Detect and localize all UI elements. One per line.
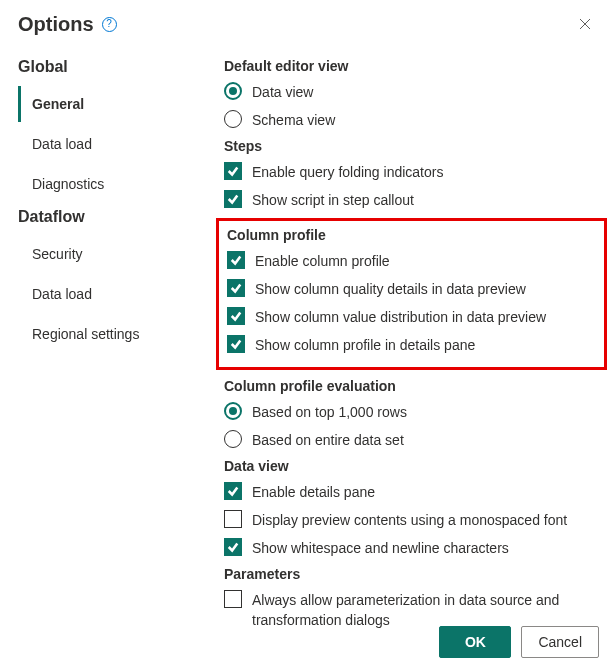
- checkbox-icon: [227, 307, 245, 325]
- radio-icon: [224, 82, 242, 100]
- radio-top-1000[interactable]: Based on top 1,000 rows: [224, 402, 607, 422]
- checkbox-icon: [227, 279, 245, 297]
- dialog-title: Options: [18, 13, 94, 36]
- checkbox-icon: [224, 538, 242, 556]
- close-button[interactable]: [573, 12, 597, 36]
- checkbox-icon: [224, 162, 242, 180]
- sidebar: Global General Data load Diagnostics Dat…: [18, 44, 198, 638]
- sidebar-item-general[interactable]: General: [18, 86, 198, 122]
- checkbox-query-folding[interactable]: Enable query folding indicators: [224, 162, 607, 182]
- checkbox-enable-details-pane[interactable]: Enable details pane: [224, 482, 607, 502]
- option-label: Enable details pane: [252, 482, 375, 502]
- checkbox-value-distribution[interactable]: Show column value distribution in data p…: [227, 307, 596, 327]
- option-label: Enable column profile: [255, 251, 390, 271]
- checkbox-profile-details-pane[interactable]: Show column profile in details pane: [227, 335, 596, 355]
- ok-button[interactable]: OK: [439, 626, 511, 658]
- option-label: Based on top 1,000 rows: [252, 402, 407, 422]
- option-label: Enable query folding indicators: [252, 162, 443, 182]
- checkbox-icon: [227, 335, 245, 353]
- radio-icon: [224, 430, 242, 448]
- sidebar-item-diagnostics[interactable]: Diagnostics: [18, 166, 198, 202]
- checkbox-column-quality[interactable]: Show column quality details in data prev…: [227, 279, 596, 299]
- checkbox-show-script[interactable]: Show script in step callout: [224, 190, 607, 210]
- section-steps: Steps: [224, 138, 607, 154]
- checkbox-icon: [224, 482, 242, 500]
- checkbox-icon: [227, 251, 245, 269]
- sidebar-group-global: Global: [18, 58, 198, 76]
- option-label: Show script in step callout: [252, 190, 414, 210]
- help-icon[interactable]: ?: [102, 17, 117, 32]
- section-parameters: Parameters: [224, 566, 607, 582]
- option-label: Display preview contents using a monospa…: [252, 510, 567, 530]
- section-column-profile: Column profile: [227, 227, 596, 243]
- sidebar-item-regional-settings[interactable]: Regional settings: [18, 316, 198, 352]
- checkbox-allow-parameterization[interactable]: Always allow parameterization in data so…: [224, 590, 607, 630]
- checkbox-monospaced-font[interactable]: Display preview contents using a monospa…: [224, 510, 607, 530]
- radio-schema-view[interactable]: Schema view: [224, 110, 607, 130]
- option-label: Always allow parameterization in data so…: [252, 590, 562, 630]
- cancel-button[interactable]: Cancel: [521, 626, 599, 658]
- radio-data-view[interactable]: Data view: [224, 82, 607, 102]
- radio-icon: [224, 402, 242, 420]
- checkbox-enable-column-profile[interactable]: Enable column profile: [227, 251, 596, 271]
- checkbox-icon: [224, 590, 242, 608]
- option-label: Show column value distribution in data p…: [255, 307, 546, 327]
- sidebar-group-dataflow: Dataflow: [18, 208, 198, 226]
- radio-entire-dataset[interactable]: Based on entire data set: [224, 430, 607, 450]
- option-label: Show whitespace and newline characters: [252, 538, 509, 558]
- option-label: Show column profile in details pane: [255, 335, 475, 355]
- section-default-editor-view: Default editor view: [224, 58, 607, 74]
- checkbox-icon: [224, 510, 242, 528]
- option-label: Data view: [252, 82, 313, 102]
- radio-icon: [224, 110, 242, 128]
- content-panel: Default editor view Data view Schema vie…: [198, 44, 607, 638]
- option-label: Based on entire data set: [252, 430, 404, 450]
- option-label: Schema view: [252, 110, 335, 130]
- option-label: Show column quality details in data prev…: [255, 279, 526, 299]
- sidebar-item-data-load-dataflow[interactable]: Data load: [18, 276, 198, 312]
- sidebar-item-security[interactable]: Security: [18, 236, 198, 272]
- section-data-view: Data view: [224, 458, 607, 474]
- section-column-profile-evaluation: Column profile evaluation: [224, 378, 607, 394]
- checkbox-whitespace-newline[interactable]: Show whitespace and newline characters: [224, 538, 607, 558]
- close-icon: [579, 18, 591, 30]
- highlight-column-profile: Column profile Enable column profile Sho…: [216, 218, 607, 370]
- checkbox-icon: [224, 190, 242, 208]
- sidebar-item-data-load-global[interactable]: Data load: [18, 126, 198, 162]
